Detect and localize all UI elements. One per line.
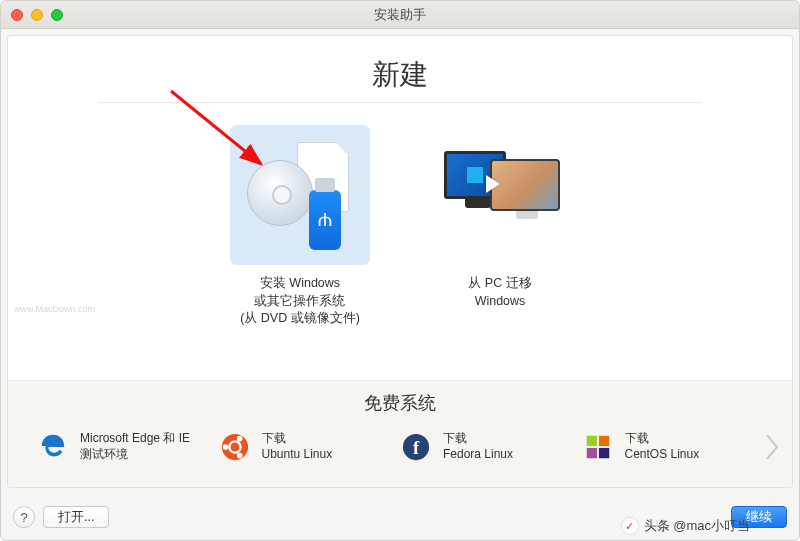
page-title: 新建 (8, 56, 792, 94)
svg-rect-9 (598, 436, 608, 446)
svg-rect-8 (586, 436, 596, 446)
free-item-line: 测试环境 (80, 447, 190, 463)
titlebar: 安装助手 (1, 1, 799, 29)
free-item-line: Microsoft Edge 和 IE (80, 431, 190, 447)
option-label: 从 PC 迁移 Windows (468, 275, 531, 310)
option-label-line: (从 DVD 或镜像文件) (240, 310, 360, 328)
free-item-text: Microsoft Edge 和 IE 测试环境 (80, 431, 190, 462)
free-item-text: 下载 Ubuntu Linux (262, 431, 333, 462)
free-item-fedora[interactable]: f 下载 Fedora Linux (399, 430, 581, 464)
option-label-line: 从 PC 迁移 (468, 275, 531, 293)
free-item-centos[interactable]: 下载 CentOS Linux (581, 430, 763, 464)
installation-assistant-window: 安装助手 www.MacDown.com 新建 安装 Window (0, 0, 800, 541)
help-button[interactable]: ? (13, 506, 35, 528)
watermark: ✓ 头条 @mac小叮当 (621, 517, 750, 535)
traffic-lights (11, 9, 63, 21)
fedora-icon: f (399, 430, 433, 464)
install-from-media-tile[interactable] (230, 125, 370, 265)
divider (98, 102, 702, 103)
option-label-line: 安装 Windows (240, 275, 360, 293)
ubuntu-icon (218, 430, 252, 464)
free-item-edge-ie[interactable]: Microsoft Edge 和 IE 测试环境 (36, 430, 218, 464)
watermark-small: www.MacDown.com (14, 304, 95, 314)
open-button-label: 打开... (58, 509, 94, 526)
centos-icon (581, 430, 615, 464)
migrate-pc-icon (440, 145, 560, 245)
option-install-windows[interactable]: 安装 Windows 或其它操作系统 (从 DVD 或镜像文件) (220, 125, 380, 328)
free-item-text: 下载 CentOS Linux (625, 431, 700, 462)
svg-rect-11 (598, 448, 608, 458)
migrate-from-pc-tile[interactable] (430, 125, 570, 265)
option-label: 安装 Windows 或其它操作系统 (从 DVD 或镜像文件) (240, 275, 360, 328)
edge-icon (36, 430, 70, 464)
svg-point-5 (236, 453, 242, 459)
free-item-line: 下载 (625, 431, 700, 447)
free-systems-row: Microsoft Edge 和 IE 测试环境 下载 Ubuntu Linux (8, 425, 792, 487)
chevron-right-icon[interactable] (762, 425, 782, 469)
avatar-icon: ✓ (621, 517, 639, 535)
option-label-line: 或其它操作系统 (240, 293, 360, 311)
help-icon: ? (20, 510, 27, 525)
open-button[interactable]: 打开... (43, 506, 109, 528)
free-item-line: CentOS Linux (625, 447, 700, 463)
free-item-ubuntu[interactable]: 下载 Ubuntu Linux (218, 430, 400, 464)
free-item-line: 下载 (262, 431, 333, 447)
free-systems-title: 免费系统 (8, 381, 792, 425)
options-row: 安装 Windows 或其它操作系统 (从 DVD 或镜像文件) 从 PC 迁移… (8, 125, 792, 328)
free-systems-panel: 免费系统 Microsoft Edge 和 IE 测试环境 (8, 380, 792, 487)
free-item-line: Ubuntu Linux (262, 447, 333, 463)
free-item-line: 下载 (443, 431, 513, 447)
option-label-line: Windows (468, 293, 531, 311)
content-area: www.MacDown.com 新建 安装 Windows 或其它操 (7, 35, 793, 488)
svg-rect-10 (586, 448, 596, 458)
svg-point-4 (236, 436, 242, 442)
minimize-icon[interactable] (31, 9, 43, 21)
install-media-icon (245, 140, 355, 250)
close-icon[interactable] (11, 9, 23, 21)
option-migrate-from-pc[interactable]: 从 PC 迁移 Windows (420, 125, 580, 328)
free-item-line: Fedora Linux (443, 447, 513, 463)
window-title: 安装助手 (1, 6, 799, 24)
fullscreen-icon[interactable] (51, 9, 63, 21)
free-item-text: 下载 Fedora Linux (443, 431, 513, 462)
watermark-text: 头条 @mac小叮当 (644, 517, 750, 535)
svg-text:f: f (413, 437, 420, 458)
svg-point-3 (222, 444, 228, 450)
